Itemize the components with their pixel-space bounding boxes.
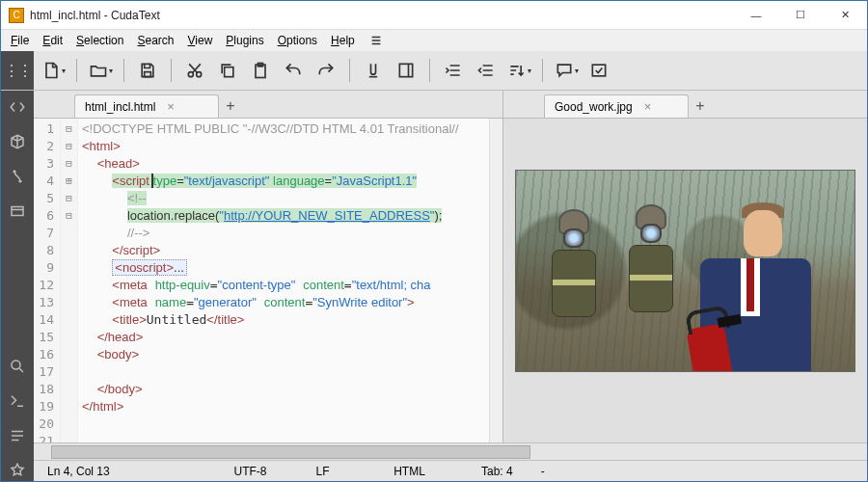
console-icon[interactable] — [7, 390, 28, 412]
menubar: File Edit Selection Search View Plugins … — [1, 30, 867, 51]
status-line-endings[interactable]: LF — [294, 461, 352, 481]
output-icon[interactable] — [7, 425, 28, 446]
status-language[interactable]: HTML — [352, 461, 468, 481]
sidebar-toggle-top[interactable]: ⋮⋮ — [1, 51, 34, 90]
menu-selection[interactable]: Selection — [76, 34, 123, 47]
status-encoding[interactable]: UTF-8 — [207, 461, 294, 481]
menu-overflow-icon[interactable] — [368, 33, 384, 48]
code-tree-icon[interactable] — [7, 96, 28, 118]
tabstrip-left: html_incl.html × + — [34, 91, 502, 118]
status-extra: - — [528, 461, 559, 481]
tabs-icon[interactable] — [7, 201, 28, 222]
svg-rect-5 — [399, 64, 412, 76]
menu-help[interactable]: Help — [331, 34, 355, 47]
svg-point-8 — [12, 361, 20, 369]
paste-button[interactable] — [247, 57, 274, 84]
new-file-button[interactable]: ▾ — [40, 57, 67, 84]
sort-button[interactable]: ▾ — [505, 57, 532, 84]
vertical-scrollbar[interactable] — [489, 119, 502, 442]
new-tab-button-right[interactable]: + — [689, 94, 712, 118]
tab-label: html_incl.html — [85, 100, 155, 114]
tab-html-incl[interactable]: html_incl.html × — [74, 94, 219, 118]
copy-button[interactable] — [214, 57, 241, 84]
status-tabsize[interactable]: Tab: 4 — [468, 461, 528, 481]
code-body[interactable]: <!DOCTYPE HTML PUBLIC "-//W3C//DTD HTML … — [78, 119, 489, 442]
menu-edit[interactable]: Edit — [42, 34, 63, 47]
unprinted-button[interactable] — [360, 57, 387, 84]
options-button[interactable] — [585, 57, 612, 84]
toolbar-row: ⋮⋮ ▾ ▾ ▾ ▾ — [1, 51, 867, 90]
redo-button[interactable] — [312, 57, 339, 84]
line-number-gutter: 1 2 3 4 5 6 7 8 9 12 13 14 15 16 17 18 1… — [34, 119, 61, 442]
editor-pane-left: html_incl.html × + 1 2 3 4 5 6 7 8 9 12 … — [34, 91, 503, 442]
svg-rect-7 — [12, 207, 23, 216]
menu-file[interactable]: File — [11, 34, 29, 47]
undo-button[interactable] — [280, 57, 307, 84]
svg-rect-2 — [225, 67, 233, 77]
project-icon[interactable] — [7, 131, 28, 152]
horizontal-scrollbar[interactable] — [34, 442, 867, 460]
titlebar: C html_incl.html - CudaText — ☐ ✕ — [1, 1, 867, 30]
tab-good-work[interactable]: Good_work.jpg × — [544, 94, 689, 118]
editor-pane-right: Good_work.jpg × + — [503, 91, 867, 442]
app-window: C html_incl.html - CudaText — ☐ ✕ File E… — [0, 0, 868, 482]
app-icon: C — [9, 8, 24, 23]
indent-button[interactable] — [440, 57, 467, 84]
menu-search[interactable]: Search — [137, 34, 174, 47]
svg-rect-6 — [592, 65, 605, 76]
tab-close-icon[interactable]: × — [644, 99, 652, 114]
new-tab-button-left[interactable]: + — [219, 94, 242, 118]
diff-icon[interactable] — [7, 166, 28, 187]
close-button[interactable]: ✕ — [823, 1, 867, 29]
status-position[interactable]: Ln 4, Col 13 — [34, 461, 207, 481]
cut-button[interactable] — [181, 57, 208, 84]
menu-options[interactable]: Options — [278, 34, 317, 47]
open-file-button[interactable]: ▾ — [87, 57, 114, 84]
maximize-button[interactable]: ☐ — [778, 1, 823, 29]
tabstrip-right: Good_work.jpg × + — [503, 91, 867, 118]
menu-plugins[interactable]: Plugins — [226, 34, 263, 47]
image-content — [515, 170, 855, 372]
minimap-button[interactable] — [393, 57, 420, 84]
fold-gutter[interactable]: ⊟ ⊟ ⊟ ⊞ ⊟ ⊟ — [61, 119, 78, 442]
code-editor[interactable]: 1 2 3 4 5 6 7 8 9 12 13 14 15 16 17 18 1… — [34, 118, 502, 442]
image-viewer[interactable] — [503, 118, 867, 442]
statusbar: Ln 4, Col 13 UTF-8 LF HTML Tab: 4 - — [34, 460, 867, 481]
tab-label: Good_work.jpg — [555, 100, 633, 114]
tab-close-icon[interactable]: × — [167, 99, 175, 114]
toolbar: ▾ ▾ ▾ ▾ — [34, 51, 867, 90]
comment-button[interactable]: ▾ — [553, 57, 580, 84]
search-icon[interactable] — [7, 356, 28, 377]
sidebar — [1, 91, 34, 481]
menu-view[interactable]: View — [188, 34, 213, 47]
validate-icon[interactable] — [7, 460, 28, 481]
window-title: html_incl.html - CudaText — [30, 9, 734, 22]
unindent-button[interactable] — [473, 57, 500, 84]
minimize-button[interactable]: — — [734, 1, 778, 29]
save-button[interactable] — [134, 57, 161, 84]
